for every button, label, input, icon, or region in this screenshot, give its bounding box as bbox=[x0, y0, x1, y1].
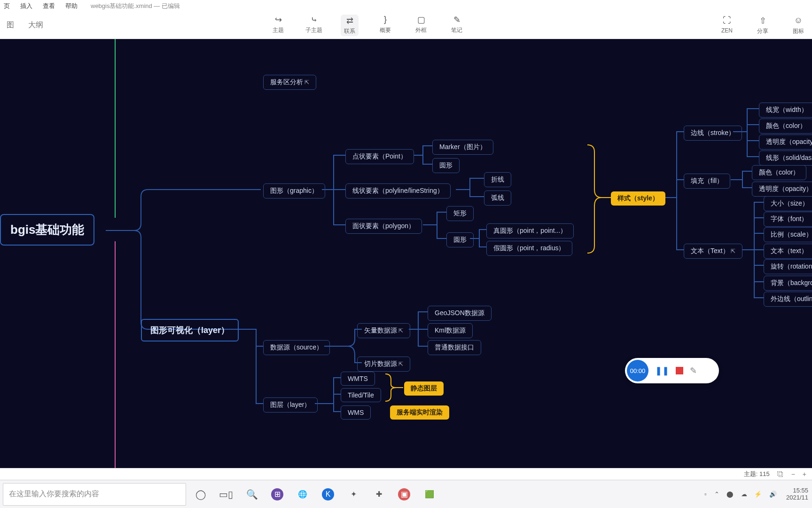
node-stroke-dash[interactable]: 线形（solid/das bbox=[759, 151, 812, 166]
node-static-layer[interactable]: 静态图层 bbox=[404, 381, 444, 396]
toolbar: 图 大纲 ↪主题 ⤷子主题 ⇄联系 }概要 ▢外框 ✎笔记 ⛶ZEN ⇧分享 ☺… bbox=[0, 12, 812, 39]
node-fill[interactable]: 填充（fill） bbox=[684, 174, 730, 189]
summary-icon: } bbox=[384, 15, 387, 25]
node-circle-shape[interactable]: 圆形 bbox=[432, 158, 460, 173]
pause-icon[interactable]: ❚❚ bbox=[655, 365, 669, 376]
emoji-icon: ☺ bbox=[794, 16, 803, 26]
chrome-icon[interactable]: 🌐 bbox=[297, 488, 309, 500]
tab-graph[interactable]: 图 bbox=[5, 17, 16, 33]
system-tray[interactable]: ▫ ⌃ ⬤ ☁ ⚡ 🔊 15:55 2021/11 bbox=[704, 487, 812, 501]
node-text-rotate[interactable]: 旋转（rotation bbox=[764, 259, 812, 274]
node-text-scale[interactable]: 比例（scale） bbox=[764, 227, 812, 242]
relation-button[interactable]: ⇄联系 bbox=[341, 15, 359, 36]
node-text-bg[interactable]: 背景（backgro bbox=[764, 276, 812, 291]
node-point[interactable]: 点状要素（Point） bbox=[345, 149, 414, 164]
menu-view[interactable]: 查看 bbox=[43, 2, 55, 10]
node-layer[interactable]: 图层（layer） bbox=[263, 397, 318, 413]
node-polyline[interactable]: 线状要素（polyline/lineString） bbox=[345, 183, 451, 198]
menu-bar: 页 插入 查看 帮助 webgis基础功能.xmind — 已编辑 bbox=[0, 0, 812, 12]
node-tiled[interactable]: Tiled/Tile bbox=[341, 388, 381, 402]
note-icon: ✎ bbox=[453, 15, 461, 25]
node-root[interactable]: bgis基础功能 bbox=[0, 214, 94, 246]
node-stroke[interactable]: 边线（stroke） bbox=[684, 126, 742, 141]
tray-icons[interactable]: ▫ ⌃ ⬤ ☁ ⚡ 🔊 bbox=[704, 491, 780, 498]
node-tile-source[interactable]: 切片数据源 bbox=[357, 357, 410, 372]
subtopic-icon: ⤷ bbox=[311, 15, 318, 25]
annotate-icon[interactable]: ✎ bbox=[690, 365, 697, 376]
node-stroke-opacity[interactable]: 透明度（opacity bbox=[759, 135, 812, 150]
node-polygon[interactable]: 面状要素（polygon） bbox=[345, 219, 422, 234]
fullscreen-icon: ⛶ bbox=[723, 16, 731, 26]
emoji-button[interactable]: ☺图标 bbox=[789, 16, 807, 35]
app-icon-3[interactable]: ✦ bbox=[347, 488, 359, 500]
windows-taskbar: 在这里输入你要搜索的内容 ◯ ▭▯ 🔍 ⊞ 🌐 K ✦ ✚ ▣ 🟩 ▫ ⌃ ⬤ … bbox=[0, 480, 812, 508]
node-fill-opacity[interactable]: 透明度（opacity） bbox=[752, 182, 812, 197]
search-icon[interactable]: 🔍 bbox=[246, 489, 258, 500]
node-fill-color[interactable]: 颜色（color） bbox=[752, 165, 806, 180]
search-placeholder: 在这里输入你要搜索的内容 bbox=[9, 489, 99, 499]
node-polyline-broken[interactable]: 折线 bbox=[484, 172, 511, 187]
node-circle-group[interactable]: 圆形 bbox=[446, 232, 474, 247]
node-fake-circle[interactable]: 假圆形（point，radius） bbox=[486, 241, 572, 256]
zoom-in-icon[interactable]: + bbox=[803, 470, 806, 478]
zen-button[interactable]: ⛶ZEN bbox=[718, 16, 736, 35]
node-layer-viz[interactable]: 图形可视化（layer） bbox=[141, 319, 239, 341]
app-icon-1[interactable]: ⊞ bbox=[271, 488, 283, 500]
menu-help[interactable]: 帮助 bbox=[65, 2, 78, 10]
menu-insert[interactable]: 插入 bbox=[20, 2, 32, 10]
boundary-button[interactable]: ▢外框 bbox=[412, 15, 430, 36]
windows-search[interactable]: 在这里输入你要搜索的内容 bbox=[3, 483, 186, 506]
node-wms[interactable]: WMS bbox=[341, 405, 371, 420]
mindmap-canvas[interactable]: 服务区分析 bgis基础功能 图形（graphic） 点状要素（Point） M… bbox=[0, 39, 812, 468]
node-stroke-color[interactable]: 颜色（color） bbox=[759, 119, 812, 134]
boundary-icon: ▢ bbox=[417, 15, 425, 25]
node-marker[interactable]: Marker（图片） bbox=[432, 140, 493, 155]
tab-outline[interactable]: 大纲 bbox=[26, 17, 45, 33]
node-source[interactable]: 数据源（source） bbox=[263, 340, 330, 355]
app-icon-5[interactable]: ▣ bbox=[398, 488, 410, 500]
recorder-timer: 00:00 bbox=[627, 360, 648, 381]
outline-tree-icon[interactable]: ⿻ bbox=[777, 470, 784, 478]
task-view-icon[interactable]: ▭▯ bbox=[219, 489, 233, 500]
node-stroke-width[interactable]: 线宽（width） bbox=[759, 103, 812, 118]
node-polyline-arc[interactable]: 弧线 bbox=[484, 190, 511, 206]
node-text-text[interactable]: 文本（text） bbox=[764, 244, 812, 259]
node-service-area[interactable]: 服务区分析 bbox=[263, 75, 316, 90]
topic-button[interactable]: ↪主题 bbox=[269, 15, 287, 36]
node-rect[interactable]: 矩形 bbox=[446, 206, 474, 221]
node-text-outline[interactable]: 外边线（outlin bbox=[764, 292, 812, 307]
zoom-out-icon[interactable]: − bbox=[791, 470, 795, 478]
summary-button[interactable]: }概要 bbox=[376, 15, 394, 36]
clock-date: 2021/11 bbox=[786, 494, 808, 501]
menu-page[interactable]: 页 bbox=[4, 2, 10, 10]
node-style[interactable]: 样式（style） bbox=[611, 191, 665, 206]
note-button[interactable]: ✎笔记 bbox=[448, 15, 466, 36]
node-service-layer[interactable]: 服务端实时渲染 bbox=[390, 405, 449, 420]
node-vector-source[interactable]: 矢量数据源 bbox=[357, 323, 410, 338]
screen-recorder[interactable]: 00:00 ❚❚ ✎ bbox=[625, 358, 719, 383]
subtopic-button[interactable]: ⤷子主题 bbox=[305, 15, 323, 36]
node-kml[interactable]: Kml数据源 bbox=[428, 323, 473, 338]
app-icon-4[interactable]: ✚ bbox=[373, 488, 385, 500]
app-icon-6[interactable]: 🟩 bbox=[423, 488, 436, 500]
clock-time: 15:55 bbox=[786, 487, 808, 494]
document-title: webgis基础功能.xmind — 已编辑 bbox=[91, 2, 180, 10]
node-custom-source[interactable]: 普通数据接口 bbox=[428, 340, 481, 355]
share-icon: ⇧ bbox=[759, 16, 766, 26]
topic-count-label: 主题: 115 bbox=[744, 470, 770, 478]
topic-icon: ↪ bbox=[275, 15, 282, 25]
status-bar: 主题: 115 ⿻ − + bbox=[0, 468, 812, 480]
node-text[interactable]: 文本（Text） bbox=[684, 244, 742, 259]
node-wmts[interactable]: WMTS bbox=[341, 372, 375, 386]
node-graphic[interactable]: 图形（graphic） bbox=[263, 183, 325, 198]
node-geojson[interactable]: GeoJSON数据源 bbox=[428, 306, 492, 321]
stop-icon[interactable] bbox=[676, 367, 683, 374]
app-icon-2[interactable]: K bbox=[322, 488, 334, 500]
cortana-icon[interactable]: ◯ bbox=[195, 489, 206, 500]
share-button[interactable]: ⇧分享 bbox=[754, 16, 772, 35]
relation-icon: ⇄ bbox=[346, 16, 353, 26]
node-true-circle[interactable]: 真圆形（point，point...） bbox=[486, 223, 574, 238]
node-text-font[interactable]: 字体（font） bbox=[764, 212, 812, 227]
node-text-size[interactable]: 大小（size） bbox=[764, 196, 812, 211]
